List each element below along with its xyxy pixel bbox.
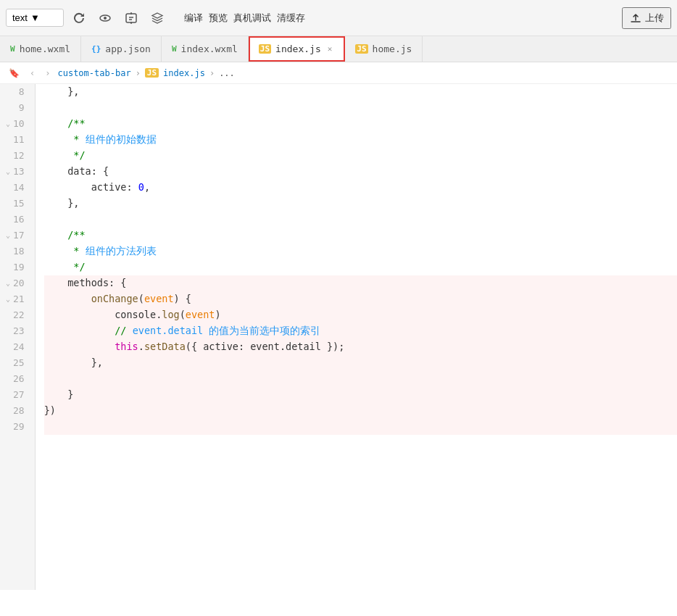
js-icon: JS: [259, 44, 271, 54]
forward-button[interactable]: ›: [42, 67, 53, 80]
line-number-9: 9: [6, 100, 29, 116]
sub-actions: 编译 预览 真机调试 清缓存: [183, 9, 307, 28]
code-line-22: console.log(event): [44, 307, 677, 323]
breadcrumb-path1[interactable]: custom-tab-bar: [57, 68, 130, 78]
code-line-16: [44, 212, 677, 228]
mode-label: text: [12, 12, 28, 23]
line-number-23: 23: [6, 323, 29, 339]
mode-dropdown[interactable]: text ▼: [6, 9, 64, 27]
tab-label: home.wxml: [20, 43, 70, 54]
code-line-8: },: [44, 84, 677, 100]
line-number-21: ⌄21: [6, 291, 29, 307]
code-line-17: /**: [44, 228, 677, 244]
line-number-27: 27: [6, 387, 29, 403]
debug-icon: [124, 12, 138, 25]
fold-arrow[interactable]: ⌄: [6, 294, 10, 305]
refresh-icon: [72, 12, 86, 25]
back-button[interactable]: ‹: [27, 67, 38, 80]
layers-button[interactable]: [146, 7, 168, 29]
js-icon2: JS: [355, 44, 367, 54]
compile-button[interactable]: 编译: [183, 9, 204, 28]
tab-home-wxml[interactable]: W home.wxml: [0, 36, 81, 62]
line-number-28: 28: [6, 403, 29, 419]
bookmark-icon[interactable]: 🔖: [9, 68, 20, 78]
code-line-29: [44, 419, 677, 435]
code-line-19: */: [44, 259, 677, 275]
breadcrumb-sep1: ›: [136, 68, 141, 78]
tab-label: app.json: [105, 43, 151, 54]
line-number-20: ⌄20: [6, 275, 29, 291]
line-number-18: 18: [6, 244, 29, 259]
toolbar-right: 上传: [622, 7, 671, 29]
code-line-26: [44, 371, 677, 387]
fold-arrow[interactable]: ⌄: [6, 278, 10, 289]
upload-button[interactable]: 上传: [622, 7, 671, 29]
tab-label: home.js: [373, 43, 412, 54]
fold-arrow[interactable]: ⌄: [6, 166, 10, 178]
svg-rect-2: [126, 14, 136, 22]
fold-arrow[interactable]: ⌄: [6, 118, 10, 130]
code-line-24: this.setData({ active: event.detail });: [44, 339, 677, 355]
code-line-13: data: {: [44, 164, 677, 180]
line-number-29: 29: [6, 419, 29, 435]
code-line-23: // event.detail 的值为当前选中项的索引: [44, 323, 677, 339]
editor: 89⌄101112⌄13141516⌄171819⌄20⌄21222324252…: [0, 84, 677, 590]
code-line-9: [44, 100, 677, 116]
line-number-15: 15: [6, 196, 29, 212]
refresh-button[interactable]: [68, 7, 90, 29]
line-number-10: ⌄10: [6, 116, 29, 132]
preview-button[interactable]: 预览: [207, 9, 229, 28]
tab-home-js[interactable]: JS home.js: [345, 36, 423, 62]
tab-close-button[interactable]: ✕: [325, 43, 335, 54]
line-number-12: 12: [6, 148, 29, 164]
tab-index-js[interactable]: JS index.js ✕: [249, 36, 346, 62]
code-line-14: active: 0,: [44, 180, 677, 196]
code-line-20: methods: {: [44, 275, 677, 291]
code-line-10: /**: [44, 116, 677, 132]
code-line-11: * 组件的初始数据: [44, 132, 677, 148]
clearcache-button[interactable]: 清缓存: [275, 9, 307, 28]
wxml-icon2: W: [172, 44, 177, 54]
code-line-12: */: [44, 148, 677, 164]
line-number-11: 11: [6, 132, 29, 148]
line-number-13: ⌄13: [6, 164, 29, 180]
line-number-14: 14: [6, 180, 29, 196]
line-number-16: 16: [6, 212, 29, 228]
line-number-24: 24: [6, 339, 29, 355]
code-line-28: }): [44, 403, 677, 419]
code-line-21: onChange(event) {: [44, 291, 677, 307]
wxml-icon: W: [10, 44, 15, 54]
breadcrumb-path2[interactable]: index.js: [163, 68, 205, 78]
breadcrumb-sep2: ›: [209, 68, 215, 78]
realtest-button[interactable]: 真机调试: [232, 9, 273, 28]
line-number-8: 8: [6, 84, 29, 100]
code-line-27: }: [44, 387, 677, 403]
layers-icon: [151, 12, 164, 25]
code-line-15: },: [44, 196, 677, 212]
code-line-25: },: [44, 355, 677, 371]
breadcrumb-ellipsis: ...: [219, 68, 235, 78]
line-number-25: 25: [6, 355, 29, 371]
upload-icon: [629, 12, 642, 25]
tab-label: index.js: [275, 43, 321, 54]
line-number-22: 22: [6, 307, 29, 323]
code-area[interactable]: }, /** * 组件的初始数据 */ data: { active: 0, }…: [36, 84, 677, 590]
tabs-bar: W home.wxml {} app.json W index.wxml JS …: [0, 36, 677, 62]
json-icon: {}: [91, 44, 101, 54]
tab-app-json[interactable]: {} app.json: [81, 36, 162, 62]
breadcrumb: 🔖 ‹ › custom-tab-bar › JS index.js › ...: [0, 62, 677, 84]
line-number-26: 26: [6, 371, 29, 387]
line-number-19: 19: [6, 259, 29, 275]
tab-index-wxml[interactable]: W index.wxml: [162, 36, 249, 62]
eye-button[interactable]: [94, 7, 116, 29]
toolbar-left: text ▼: [6, 7, 168, 29]
line-numbers: 89⌄101112⌄13141516⌄171819⌄20⌄21222324252…: [0, 84, 36, 590]
breadcrumb-js-icon: JS: [145, 68, 159, 78]
svg-point-1: [104, 17, 107, 20]
code-line-18: * 组件的方法列表: [44, 244, 677, 259]
tab-label: index.wxml: [181, 43, 238, 54]
debug-button[interactable]: [120, 7, 142, 29]
eye-icon: [99, 12, 112, 25]
line-number-17: ⌄17: [6, 228, 29, 244]
fold-arrow[interactable]: ⌄: [6, 230, 10, 241]
